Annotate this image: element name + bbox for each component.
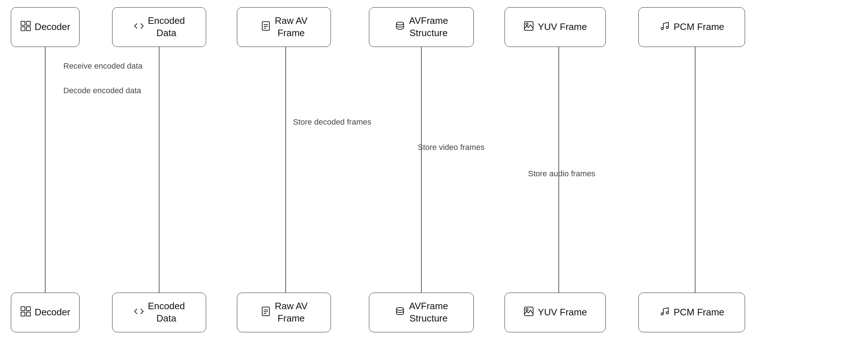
svg-rect-9 — [26, 27, 30, 31]
svg-rect-22 — [26, 312, 30, 316]
svg-rect-8 — [21, 27, 25, 31]
encoded-data-top-node: EncodedData — [112, 7, 206, 47]
label-receive-encoded: Receive encoded data — [63, 61, 142, 71]
decoder-top-label: Decoder — [35, 21, 70, 33]
svg-rect-28 — [524, 307, 533, 316]
svg-point-18 — [666, 26, 668, 29]
doc-icon-top — [260, 21, 271, 34]
img-icon-top — [523, 21, 534, 34]
svg-rect-15 — [524, 22, 533, 30]
music-icon-top — [659, 21, 670, 34]
label-decode-encoded: Decode encoded data — [63, 86, 141, 95]
yuv-bottom-label: YUV Frame — [538, 306, 587, 319]
svg-point-31 — [666, 312, 668, 314]
decoder-bottom-node: Decoder — [11, 293, 80, 332]
connection-lines — [0, 0, 868, 341]
pcm-top-node: PCM Frame — [638, 7, 745, 47]
avframe-top-node: AVFrameStructure — [369, 7, 474, 47]
label-store-decoded: Store decoded frames — [293, 117, 371, 127]
encoded-data-bottom-label: EncodedData — [148, 300, 185, 325]
svg-rect-7 — [26, 21, 30, 25]
encoded-data-top-label: EncodedData — [148, 15, 185, 39]
pcm-top-label: PCM Frame — [673, 21, 724, 33]
music-icon-bottom — [659, 306, 670, 319]
decoder-top-node: Decoder — [11, 7, 80, 47]
raw-av-top-label: Raw AVFrame — [275, 15, 308, 39]
avframe-top-label: AVFrameStructure — [409, 15, 448, 39]
diagram-container: Receive encoded data Decode encoded data… — [0, 0, 868, 341]
encoded-data-bottom-node: EncodedData — [112, 293, 206, 332]
label-store-audio: Store audio frames — [528, 169, 595, 178]
pcm-bottom-node: PCM Frame — [638, 293, 745, 332]
db-icon-top — [395, 21, 405, 34]
grid-icon-bottom — [20, 306, 31, 319]
raw-av-top-node: Raw AVFrame — [237, 7, 331, 47]
doc-icon-bottom — [260, 306, 271, 319]
decoder-bottom-label: Decoder — [35, 306, 70, 319]
avframe-bottom-label: AVFrameStructure — [409, 300, 448, 325]
svg-point-30 — [661, 313, 663, 315]
avframe-bottom-node: AVFrameStructure — [369, 293, 474, 332]
svg-point-27 — [396, 307, 404, 310]
svg-rect-21 — [21, 312, 25, 316]
svg-rect-20 — [26, 307, 30, 311]
svg-point-14 — [396, 22, 404, 25]
raw-av-bottom-node: Raw AVFrame — [237, 293, 331, 332]
yuv-bottom-node: YUV Frame — [505, 293, 606, 332]
db-icon-bottom — [395, 306, 405, 319]
code-icon-top — [133, 21, 144, 34]
svg-point-29 — [526, 308, 528, 311]
svg-point-17 — [661, 27, 663, 30]
code-icon-bottom — [133, 306, 144, 319]
yuv-top-node: YUV Frame — [505, 7, 606, 47]
label-store-video: Store video frames — [418, 143, 485, 152]
svg-rect-6 — [21, 21, 25, 25]
pcm-bottom-label: PCM Frame — [673, 306, 724, 319]
svg-rect-19 — [21, 307, 25, 311]
svg-point-16 — [526, 23, 528, 25]
yuv-top-label: YUV Frame — [538, 21, 587, 33]
img-icon-bottom — [523, 306, 534, 319]
grid-icon — [20, 21, 31, 34]
raw-av-bottom-label: Raw AVFrame — [275, 300, 308, 325]
